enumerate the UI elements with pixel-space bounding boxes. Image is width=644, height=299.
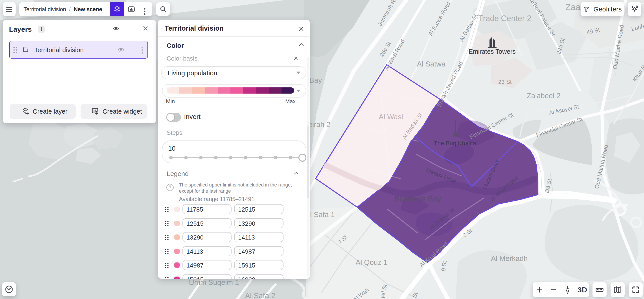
svg-text:Bay: Bay <box>310 76 322 84</box>
svg-text:eirah 2: eirah 2 <box>308 120 330 128</box>
svg-text:Emirates Towers: Emirates Towers <box>468 48 516 55</box>
svg-text:Za'abeel 2: Za'abeel 2 <box>527 92 560 100</box>
svg-text:Al Wasl: Al Wasl <box>379 113 403 121</box>
svg-text:Al Qouz 1: Al Qouz 1 <box>356 258 388 266</box>
svg-text:The Burj Khalifa: The Burj Khalifa <box>434 140 476 147</box>
svg-text:Trade Center 2: Trade Center 2 <box>478 14 532 23</box>
svg-text:Al Satwa: Al Satwa <box>417 60 446 68</box>
svg-text:23 St: 23 St <box>498 78 512 85</box>
svg-text:Umm Suqeim 1: Umm Suqeim 1 <box>189 278 239 286</box>
svg-text:Business Bay: Business Bay <box>394 194 441 203</box>
svg-text:Al Merkadh: Al Merkadh <box>491 254 528 262</box>
svg-text:Al Safa 2: Al Safa 2 <box>245 291 275 299</box>
